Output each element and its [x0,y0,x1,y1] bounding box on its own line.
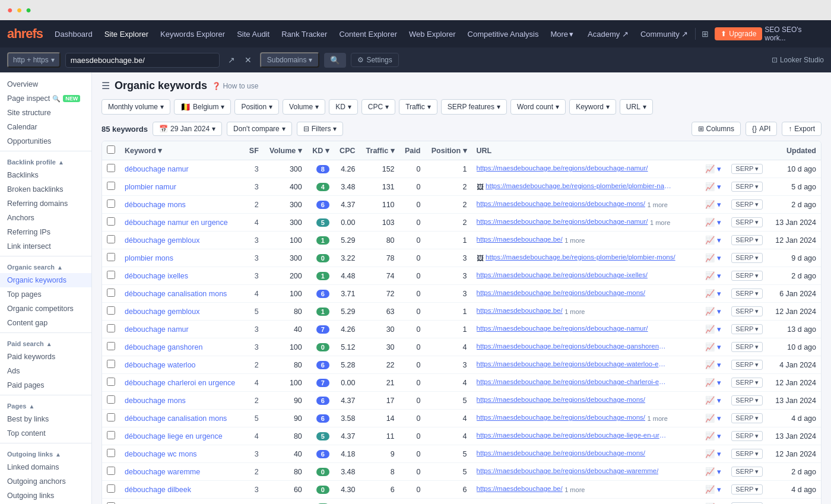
row-checkbox[interactable] [107,360,115,368]
compare-selector[interactable]: Don't compare ▾ [227,122,292,136]
api-button[interactable]: {} API [746,122,777,136]
serp-button[interactable]: SERP ▾ [731,324,763,334]
serp-button[interactable]: SERP ▾ [731,199,763,210]
serp-button[interactable]: SERP ▾ [731,235,763,245]
col-cpc[interactable]: CPC [334,141,360,160]
sidebar-item-outgoing-links[interactable]: Outgoing links [0,489,91,503]
select-all-checkbox[interactable] [107,145,115,154]
serp-button[interactable]: SERP ▾ [731,484,763,495]
trend-button[interactable]: 📈 ▾ [705,467,721,476]
keyword-link[interactable]: débouchage waterloo [125,361,196,369]
more-urls-link[interactable]: 1 more [564,237,585,244]
trend-button[interactable]: 📈 ▾ [705,253,721,262]
sidebar-section-outgoing[interactable]: Outgoing links ▲ [0,446,91,460]
keyword-link[interactable]: debouchage waremme [125,468,200,476]
sidebar-section-paid[interactable]: Paid search ▲ [0,335,91,350]
sidebar-item-content-gap[interactable]: Content gap [0,316,91,330]
col-keyword[interactable]: Keyword ▾ [120,141,244,160]
more-urls-link[interactable]: 1 more [648,415,668,422]
serp-button[interactable]: SERP ▾ [731,217,763,227]
url-link[interactable]: https://maesdebouchage.be/regions/debouc… [477,271,648,278]
row-checkbox[interactable] [107,164,115,172]
url-link[interactable]: https://maesdebouchage.be/ [477,307,563,314]
trend-button[interactable]: 📈 ▾ [705,360,721,369]
trend-button[interactable]: 📈 ▾ [705,396,721,405]
col-traffic[interactable]: Traffic ▾ [360,141,399,160]
trend-button[interactable]: 📈 ▾ [705,289,721,298]
search-button[interactable]: 🔍 [324,53,346,68]
workspace-selector[interactable]: SEO SEO's work... [765,26,824,42]
url-link[interactable]: https://maesdebouchage.be/regions/debouc… [477,360,667,367]
row-checkbox[interactable] [107,324,115,332]
sidebar-item-outgoing-anchors[interactable]: Outgoing anchors [0,474,91,489]
sidebar-item-link-intersect[interactable]: Link intersect [0,239,91,253]
keyword-link[interactable]: plombier mons [125,254,173,262]
trend-button[interactable]: 📈 ▾ [705,200,721,209]
filters-button[interactable]: ⊟ Filters ▾ [297,122,344,136]
trend-button[interactable]: 📈 ▾ [705,164,721,173]
col-volume[interactable]: Volume ▾ [264,141,307,160]
nav-dashboard[interactable]: Dashboard [50,27,97,41]
filter-country[interactable]: 🇧🇪 Belgium ▾ [174,99,231,115]
nav-rank-tracker[interactable]: Rank Tracker [277,27,332,41]
sidebar-item-ads[interactable]: Ads [0,364,91,378]
sidebar-item-calendar[interactable]: Calendar [0,120,91,134]
serp-button[interactable]: SERP ▾ [731,306,763,316]
trend-button[interactable]: 📈 ▾ [705,325,721,334]
serp-button[interactable]: SERP ▾ [731,271,763,281]
sidebar-item-paid-pages[interactable]: Paid pages [0,378,91,392]
subdomains-selector[interactable]: Subdomains ▾ [260,52,320,68]
serp-button[interactable]: SERP ▾ [731,467,763,477]
sidebar-section-backlink[interactable]: Backlink profile ▲ [0,154,91,168]
keyword-link[interactable]: debouchage namur [125,325,189,334]
row-checkbox[interactable] [107,253,115,261]
row-checkbox[interactable] [107,484,115,493]
sidebar-item-top-content[interactable]: Top content [0,426,91,440]
trend-button[interactable]: 📈 ▾ [705,378,721,387]
row-checkbox[interactable] [107,235,115,243]
col-sf[interactable]: SF [244,141,264,160]
keyword-link[interactable]: débouchage charleroi en urgence [125,379,235,387]
keyword-link[interactable]: débouchage namur [125,165,189,173]
sidebar-item-organic-keywords[interactable]: Organic keywords [0,273,91,287]
filter-url[interactable]: URL ▾ [620,99,653,115]
trend-button[interactable]: 📈 ▾ [705,307,721,316]
sidebar-item-anchors[interactable]: Anchors [0,211,91,225]
trend-button[interactable]: 📈 ▾ [705,236,721,245]
sidebar-item-best-by-links[interactable]: Best by links [0,412,91,426]
keyword-link[interactable]: débouchage canalisation mons [125,414,227,423]
nav-web-explorer[interactable]: Web Explorer [404,27,461,41]
url-link[interactable]: https://maesdebouchage.be/regions/debouc… [477,325,648,332]
keyword-link[interactable]: debouchage wc mons [125,450,197,458]
url-link[interactable]: https://maesdebouchage.be/regions/debouc… [477,449,646,457]
serp-button[interactable]: SERP ▾ [731,289,763,299]
keyword-link[interactable]: débouchage mons [125,201,186,209]
row-checkbox[interactable] [107,289,115,297]
filter-volume[interactable]: Volume ▾ [283,99,325,115]
row-checkbox[interactable] [107,342,115,350]
serp-button[interactable]: SERP ▾ [731,431,763,441]
url-link[interactable]: https://maesdebouchage.be/regions-plombe… [486,182,675,189]
nav-academy[interactable]: Academy ↗ [583,27,633,41]
keyword-link[interactable]: débouchage ixelles [125,272,188,280]
keyword-link[interactable]: debouchage gembloux [125,308,200,316]
url-link[interactable]: https://maesdebouchage.be/regions/debouc… [477,218,648,225]
filter-position[interactable]: Position ▾ [234,99,279,115]
trend-button[interactable]: 📈 ▾ [705,414,721,423]
nav-content-explorer[interactable]: Content Explorer [334,27,402,41]
sidebar-item-overview[interactable]: Overview [0,77,91,91]
minimize-btn[interactable]: ● [17,5,23,15]
sidebar-item-page-inspect[interactable]: Page inspect 🔍 NEW [0,91,91,106]
domain-input[interactable] [65,53,220,68]
url-link[interactable]: https://maesdebouchage.be/regions-plombe… [486,253,675,261]
nav-keywords-explorer[interactable]: Keywords Explorer [156,27,230,41]
url-link[interactable]: https://maesdebouchage.be/ [477,485,563,492]
keyword-link[interactable]: débouchage dilbeek [125,486,191,494]
row-checkbox[interactable] [107,199,115,208]
more-urls-link[interactable]: 1 more [650,219,670,226]
filter-cpc[interactable]: CPC ▾ [361,99,395,115]
keyword-link[interactable]: plombier namur [125,183,176,191]
nav-community[interactable]: Community ↗ [636,27,693,41]
sidebar-item-linked-domains[interactable]: Linked domains [0,460,91,474]
row-checkbox[interactable] [107,467,115,475]
